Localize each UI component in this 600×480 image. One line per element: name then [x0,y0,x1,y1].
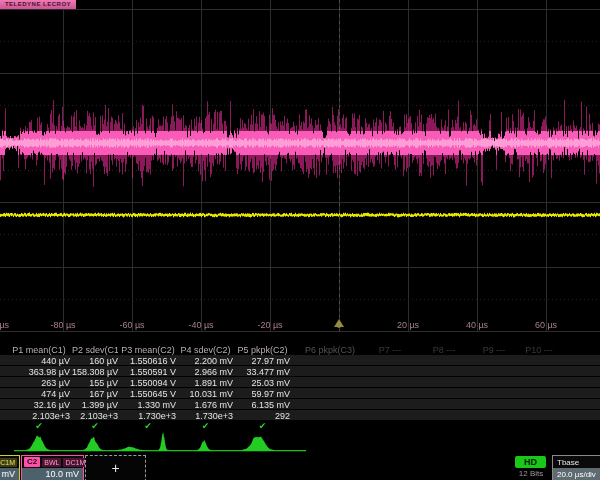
p4-max-cell: 10.031 mV [178,389,233,399]
timebase-descriptor-box[interactable]: Tbase 20.0 µs/div [552,455,600,480]
p1-max-cell: 474 µV [8,389,70,399]
param-header-p3[interactable]: P3 mean(C2) [120,345,176,355]
p1-num-cell: 2.103e+3 [8,411,70,421]
resolution-label: 12 Bits [511,469,551,478]
c2-descriptor-box[interactable]: C2 BWL DC1M 10.0 mV [21,455,84,480]
time-axis-label: -100 µs [0,320,16,331]
oscilloscope-screen: { "brand_tab": { "label": "TELEDYNE LECR… [0,0,600,480]
p3-min-cell: 1.550094 V [120,378,176,388]
p2-status-check-icon: ✔ [72,421,118,431]
time-axis-label: 60 µs [524,320,568,331]
p4-num-cell: 1.730e+3 [178,411,233,421]
time-axis-label: 20 µs [386,320,430,331]
hd-mode-badge[interactable]: HD [515,456,546,468]
p3-sdev-cell: 1.330 mV [120,400,176,410]
p1-mean-cell: 363.98 µV [8,367,70,377]
timebase-scale-value: 20.0 µs/div [553,468,600,480]
brand-tab: TELEDYNE LECROY [0,0,76,9]
p4-sdev-cell: 1.676 mV [178,400,233,410]
c2-channel-chip: C2 [24,457,40,467]
time-axis-label: -40 µs [179,320,223,331]
p5-min-cell: 25.03 mV [235,378,290,388]
param-header-p10[interactable]: P10 --- [518,345,560,355]
p1-min-cell: 263 µV [8,378,70,388]
p5-mean-cell: 33.477 mV [235,367,290,377]
p2-max-cell: 167 µV [72,389,118,399]
p2-sdev-cell: 1.399 µV [72,400,118,410]
p5-max-cell: 59.97 mV [235,389,290,399]
add-trace-button[interactable]: + [85,455,146,480]
p5-status-check-icon: ✔ [235,421,290,431]
time-axis-label: 0 [317,320,361,331]
param-header-p9[interactable]: P9 --- [474,345,514,355]
param-header-p1[interactable]: P1 mean(C1) [8,345,70,355]
p3-max-cell: 1.550645 V [120,389,176,399]
p1-value-cell: 440 µV [8,356,70,366]
p3-mean-cell: 1.550591 V [120,367,176,377]
c2-scale-value: 10.0 mV [22,468,83,480]
time-axis-label: -60 µs [110,320,154,331]
c2-coupling-badge: DC1M [63,458,87,467]
c1-descriptor-box[interactable]: DC1M 10.0 mV [0,455,20,480]
time-axis-label: 40 µs [455,320,499,331]
c1-coupling-badge: DC1M [0,458,17,467]
p4-value-cell: 2.200 mV [178,356,233,366]
param-header-p4[interactable]: P4 sdev(C2) [178,345,233,355]
c2-bwl-badge: BWL [42,458,61,467]
p2-min-cell: 155 µV [72,378,118,388]
p2-value-cell: 160 µV [72,356,118,366]
p4-min-cell: 1.891 mV [178,378,233,388]
p5-value-cell: 27.97 mV [235,356,290,366]
p4-mean-cell: 2.966 mV [178,367,233,377]
time-axis-label: -20 µs [248,320,292,331]
p5-num-cell: 292 [235,411,290,421]
p3-status-check-icon: ✔ [120,421,176,431]
param-header-p8[interactable]: P8 --- [424,345,464,355]
p2-mean-cell: 158.308 µV [72,367,118,377]
p5-sdev-cell: 6.135 mV [235,400,290,410]
timebase-label: Tbase [553,456,600,468]
param-header-p2[interactable]: P2 sdev(C1) [72,345,118,355]
p1-status-check-icon: ✔ [8,421,70,431]
param-header-p5[interactable]: P5 pkpk(C2) [235,345,290,355]
p3-num-cell: 1.730e+3 [120,411,176,421]
p2-num-cell: 2.103e+3 [72,411,118,421]
param-header-p7[interactable]: P7 --- [368,345,412,355]
p1-sdev-cell: 32.16 µV [8,400,70,410]
p3-value-cell: 1.550616 V [120,356,176,366]
p4-status-check-icon: ✔ [178,421,233,431]
param-header-p6[interactable]: P6 pkpk(C3) [300,345,360,355]
c1-scale-value: 10.0 mV [0,468,19,480]
time-axis-label: -80 µs [41,320,85,331]
